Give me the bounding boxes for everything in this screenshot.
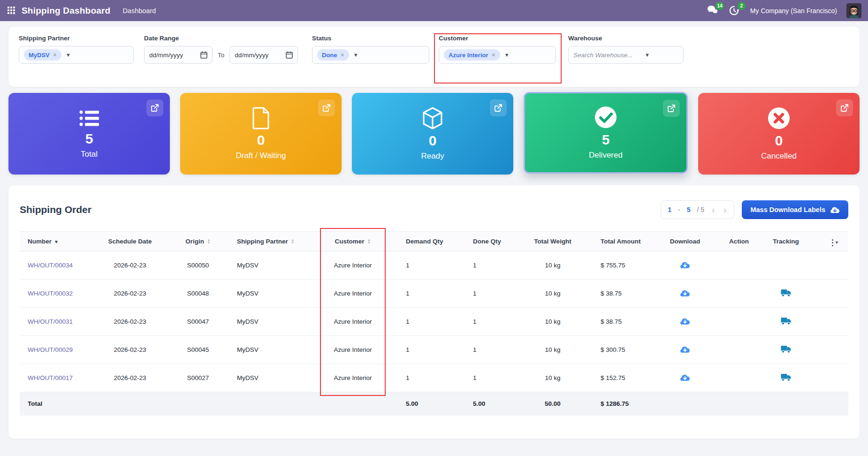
- shipping-partner-select[interactable]: MyDSV × ▼: [19, 46, 134, 64]
- column-header-schedule-date[interactable]: Schedule Date: [90, 232, 170, 251]
- status-select[interactable]: Done × ▼: [312, 46, 429, 64]
- date-from-input[interactable]: dd/mm/yyyy: [144, 46, 213, 64]
- download-label-button[interactable]: [680, 345, 690, 353]
- stat-card-cancelled[interactable]: 0 Cancelled: [698, 93, 860, 175]
- date-range-filter: Date Range dd/mm/yyyy To dd/mm/yyyy: [144, 35, 298, 64]
- origin-cell: S00050: [170, 251, 226, 280]
- column-header-customer[interactable]: Customer▲▼: [321, 232, 385, 251]
- calendar-icon: [286, 51, 293, 59]
- stat-card-delivered[interactable]: 5 Delivered: [524, 92, 688, 174]
- nav-menu-dashboard[interactable]: Dashboard: [122, 7, 156, 15]
- order-number-link[interactable]: WH/OUT/00034: [28, 262, 73, 269]
- remove-tag-icon[interactable]: ×: [492, 51, 495, 59]
- remove-tag-icon[interactable]: ×: [341, 51, 344, 59]
- column-header-number[interactable]: Number▼: [20, 232, 90, 251]
- done-qty-cell: 1: [453, 308, 519, 336]
- warehouse-search-input[interactable]: [573, 52, 644, 59]
- column-header-shipping-partner[interactable]: Shipping Partner▲▼: [226, 232, 321, 251]
- schedule-date-cell: 2026-02-23: [90, 251, 170, 280]
- date-to-input[interactable]: dd/mm/yyyy: [229, 46, 298, 64]
- cloud-download-icon: [830, 206, 840, 213]
- external-link-icon[interactable]: [318, 99, 335, 116]
- stat-value: 0: [775, 134, 783, 148]
- column-header-origin[interactable]: Origin▲▼: [170, 232, 226, 251]
- total-amount-cell: $ 152.75: [586, 364, 657, 392]
- activities-button[interactable]: 2: [729, 5, 741, 16]
- table-row: WH/OUT/00034 2026-02-23 S00050 MyDSV Azu…: [20, 251, 848, 280]
- check-circle-icon: [594, 106, 617, 129]
- column-header-tracking: Tracking: [765, 232, 807, 251]
- customer-cell: Azure Interior: [321, 251, 385, 280]
- stat-card-total[interactable]: 5 Total: [8, 93, 170, 175]
- download-label-button[interactable]: [680, 317, 690, 325]
- customer-cell: Azure Interior: [321, 336, 385, 364]
- cloud-download-icon: [680, 373, 690, 381]
- mass-download-labels-button[interactable]: Mass Download Labels: [742, 200, 848, 219]
- column-header-done-qty[interactable]: Done Qty: [453, 232, 519, 251]
- customer-tag: Azure Interior ×: [444, 49, 500, 61]
- total-weight-cell: 10 kg: [519, 280, 586, 308]
- schedule-date-cell: 2026-02-23: [90, 364, 170, 392]
- customer-filter: Customer Azure Interior × ▼: [439, 35, 556, 64]
- download-label-button[interactable]: [680, 289, 690, 297]
- tracking-button[interactable]: [781, 345, 791, 353]
- stat-card-ready[interactable]: 0 Ready: [352, 93, 513, 175]
- column-options-button[interactable]: ▼: [807, 232, 848, 251]
- cloud-download-icon: [680, 289, 690, 297]
- external-link-icon[interactable]: [490, 99, 507, 116]
- tracking-button[interactable]: [781, 289, 791, 297]
- apps-menu-icon[interactable]: [8, 7, 16, 15]
- download-label-button[interactable]: [680, 373, 690, 381]
- stat-value: 5: [85, 132, 93, 146]
- shipping-partner-filter: Shipping Partner MyDSV × ▼: [19, 35, 134, 64]
- shipping-partner-cell: MyDSV: [226, 336, 321, 364]
- tracking-button[interactable]: [781, 373, 791, 381]
- app-title: Shipping Dashboard: [22, 6, 110, 16]
- order-number-link[interactable]: WH/OUT/00029: [28, 346, 73, 353]
- pager-dash: -: [678, 206, 680, 213]
- warehouse-select[interactable]: ▼: [568, 46, 684, 64]
- cube-icon: [422, 106, 443, 130]
- external-link-icon[interactable]: [146, 99, 163, 116]
- truck-icon: [781, 317, 791, 325]
- table-row: WH/OUT/00029 2026-02-23 S00045 MyDSV Azu…: [20, 336, 848, 364]
- external-link-icon[interactable]: [663, 100, 680, 117]
- total-done-qty: 5.00: [453, 392, 519, 416]
- chevron-down-icon[interactable]: ▼: [504, 52, 510, 58]
- total-amount-cell: $ 38.75: [586, 280, 657, 308]
- calendar-icon: [200, 51, 207, 59]
- messages-button[interactable]: 14: [707, 5, 719, 16]
- chevron-down-icon[interactable]: ▼: [66, 52, 71, 58]
- remove-tag-icon[interactable]: ×: [53, 51, 57, 59]
- order-number-link[interactable]: WH/OUT/00017: [28, 374, 73, 381]
- action-cell: [713, 251, 765, 280]
- chevron-down-icon[interactable]: ▼: [645, 52, 650, 58]
- order-number-link[interactable]: WH/OUT/00031: [28, 318, 73, 325]
- download-label-button[interactable]: [680, 261, 690, 269]
- external-link-icon[interactable]: [836, 99, 853, 116]
- column-header-demand-qty[interactable]: Demand Qty: [385, 232, 453, 251]
- company-switcher[interactable]: My Company (San Francisco): [750, 7, 837, 15]
- customer-select[interactable]: Azure Interior × ▼: [439, 46, 556, 64]
- total-weight-cell: 10 kg: [519, 364, 586, 392]
- tracking-button[interactable]: [781, 317, 791, 325]
- demand-qty-cell: 1: [385, 308, 453, 336]
- order-number-link[interactable]: WH/OUT/00032: [28, 290, 73, 297]
- total-weight-cell: 10 kg: [519, 251, 586, 280]
- total-weight-cell: 10 kg: [519, 336, 586, 364]
- pager-next-button[interactable]: ›: [723, 205, 728, 214]
- shipping-orders-table: Number▼ Schedule Date Origin▲▼ Shipping …: [20, 231, 848, 416]
- user-avatar[interactable]: [846, 3, 861, 18]
- demand-qty-cell: 1: [385, 280, 453, 308]
- table-row: WH/OUT/00031 2026-02-23 S00047 MyDSV Azu…: [20, 308, 848, 336]
- customer-label: Customer: [439, 35, 556, 42]
- customer-cell: Azure Interior: [321, 364, 385, 392]
- stat-card-draft-waiting[interactable]: 0 Draft / Waiting: [180, 93, 342, 175]
- column-header-total-weight[interactable]: Total Weight: [519, 232, 586, 251]
- pager-prev-button[interactable]: ‹: [711, 205, 716, 214]
- warehouse-label: Warehouse: [568, 35, 684, 42]
- demand-qty-cell: 1: [385, 251, 453, 280]
- column-header-total-amount[interactable]: Total Amount: [586, 232, 657, 251]
- date-range-label: Date Range: [144, 35, 298, 42]
- chevron-down-icon[interactable]: ▼: [353, 52, 358, 58]
